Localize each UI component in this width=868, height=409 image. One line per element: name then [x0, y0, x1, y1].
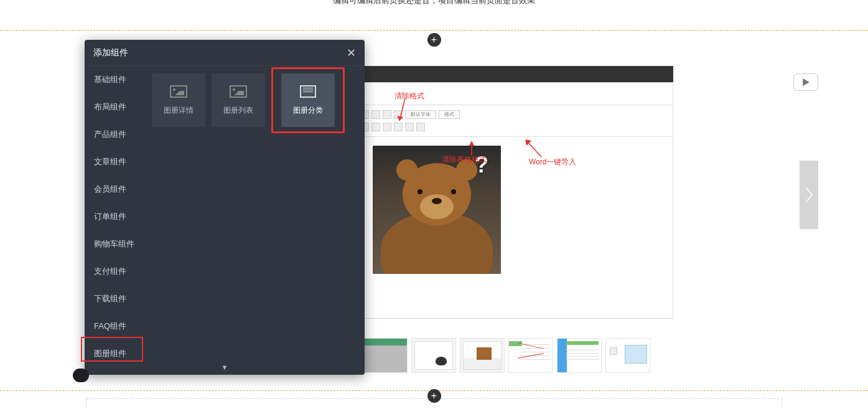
tile-gallery-detail[interactable]: 图册详情 [152, 73, 205, 127]
tile-highlight: 图册分类 [271, 67, 345, 133]
thumbnail[interactable] [557, 338, 602, 373]
thumbnail[interactable] [460, 338, 505, 373]
add-section-bottom-button[interactable]: + [427, 389, 441, 403]
scroll-handle[interactable] [73, 369, 89, 382]
sidebar-item-product[interactable]: 产品组件 [85, 121, 144, 148]
toolbar-button[interactable] [371, 110, 380, 119]
sidebar-item-cart[interactable]: 购物车组件 [85, 230, 144, 258]
sidebar-item-pay[interactable]: 支付组件 [85, 258, 144, 285]
add-component-panel: 添加组件 ✕ 基础组件 布局组件 产品组件 文章组件 会员组件 订单组件 购物车… [85, 40, 365, 375]
toolbar-button[interactable] [405, 123, 414, 131]
dashed-divider-top [0, 30, 868, 31]
svg-marker-6 [803, 78, 810, 86]
close-icon[interactable]: ✕ [347, 46, 356, 60]
annotation-word-import: Word一键导入 [529, 157, 576, 167]
add-section-top-button[interactable]: + [427, 33, 441, 47]
sidebar-item-basic[interactable]: 基础组件 [85, 66, 144, 93]
toolbar-button[interactable] [371, 123, 380, 131]
toolbar-button[interactable] [394, 110, 403, 119]
image-icon [230, 85, 247, 98]
sidebar-item-article[interactable]: 文章组件 [85, 148, 144, 176]
format-select[interactable]: 格式 [439, 110, 460, 119]
thumbnail[interactable] [605, 338, 650, 373]
sidebar-item-member[interactable]: 会员组件 [85, 176, 144, 203]
chevron-down-icon: ▼ [222, 364, 228, 371]
annotation-clear-format: 清除格式 [394, 91, 424, 101]
sidebar-item-order[interactable]: 订单组件 [85, 203, 144, 230]
tile-label: 图册分类 [293, 105, 323, 116]
list-icon [300, 85, 316, 98]
tile-label: 图册列表 [223, 105, 253, 116]
toolbar-button[interactable] [416, 123, 425, 131]
sidebar-item-layout[interactable]: 布局组件 [85, 93, 144, 121]
tile-grid: 图册详情 图册列表 图册分类 [144, 66, 365, 375]
tile-label: 图册详情 [164, 105, 194, 116]
sidebar-item-download[interactable]: 下载组件 [85, 285, 144, 313]
panel-title: 添加组件 [93, 47, 128, 59]
thumbnail-strip [363, 338, 650, 373]
toolbar-button[interactable] [383, 123, 391, 131]
thumbnail[interactable] [363, 338, 408, 373]
font-select[interactable]: 默认字体 [405, 110, 436, 119]
thumbnail[interactable] [411, 338, 456, 373]
toolbar-button[interactable] [394, 123, 403, 131]
play-button[interactable] [793, 73, 818, 91]
image-icon [170, 85, 187, 98]
sidebar-item-faq[interactable]: FAQ组件 [85, 313, 144, 340]
next-slide-button[interactable] [800, 161, 818, 229]
component-category-sidebar: 基础组件 布局组件 产品组件 文章组件 会员组件 订单组件 购物车组件 支付组件… [85, 66, 144, 375]
annotation-clear-table: 清除表格格式 [442, 154, 487, 165]
toolbar-button[interactable] [383, 110, 391, 119]
tile-gallery-list[interactable]: 图册列表 [212, 73, 265, 127]
tile-gallery-category[interactable]: 图册分类 [281, 73, 335, 127]
thumbnail[interactable] [508, 338, 553, 373]
sidebar-item-gallery[interactable]: 图册组件 [85, 340, 144, 367]
page-top-caption: 编辑可编辑后前页换还是首，项目编辑当前页面是首效果 [0, 0, 868, 6]
panel-header: 添加组件 ✕ [85, 40, 365, 66]
